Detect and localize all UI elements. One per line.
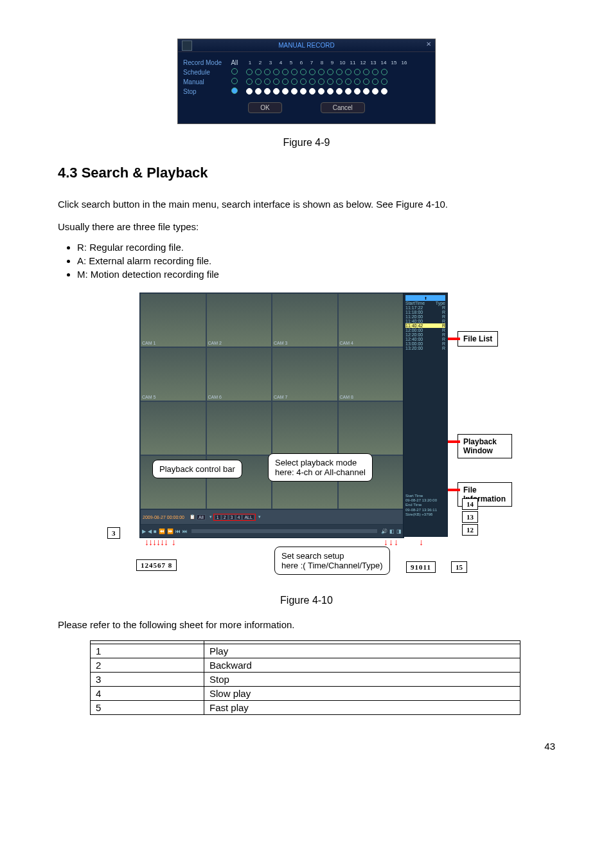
cancel-button[interactable]: Cancel bbox=[321, 102, 365, 113]
channel-radio[interactable] bbox=[354, 69, 360, 75]
channel-radio[interactable] bbox=[255, 88, 262, 95]
channel-radio[interactable] bbox=[255, 78, 262, 85]
prev-icon[interactable]: ⏮ bbox=[175, 529, 181, 534]
channel-radio[interactable] bbox=[327, 78, 333, 85]
camera-cell[interactable] bbox=[206, 401, 272, 455]
table-cell: Play bbox=[204, 644, 520, 658]
record-mode-label: Record Mode bbox=[183, 59, 228, 66]
camera-cell[interactable]: CAM 8 bbox=[338, 347, 404, 401]
channel-radio[interactable] bbox=[309, 88, 315, 95]
schedule-all-radio[interactable] bbox=[231, 68, 238, 75]
channel-radio[interactable] bbox=[246, 88, 253, 95]
channel-radio[interactable] bbox=[264, 78, 271, 85]
slow-icon[interactable]: ⏪ bbox=[159, 529, 165, 534]
channel-radio[interactable] bbox=[381, 69, 387, 75]
table-cell: Slow play bbox=[204, 686, 520, 700]
table-cell: 4 bbox=[91, 686, 204, 700]
channel-radio[interactable] bbox=[264, 69, 271, 75]
camera-cell[interactable]: CAM 3 bbox=[272, 293, 338, 347]
channel-radio[interactable] bbox=[381, 78, 387, 85]
channel-radio[interactable] bbox=[372, 78, 378, 85]
file-list-row[interactable]: 11:40:42R bbox=[405, 323, 445, 328]
table-cell: Backward bbox=[204, 658, 520, 672]
other-icon[interactable]: ◨ bbox=[396, 529, 402, 534]
channel-radio[interactable] bbox=[273, 69, 280, 75]
file-list-row[interactable]: 11:18:00R bbox=[405, 310, 445, 314]
file-list-row[interactable]: 12:20:00R bbox=[405, 332, 445, 337]
playback-control-bar[interactable]: ▶ ◀ ■ ⏪ ⏩ ⏮ ⏭ 🔊 ◧ ◨ bbox=[140, 525, 404, 538]
backward-icon[interactable]: ◀ bbox=[148, 529, 152, 534]
camera-cell[interactable]: CAM 6 bbox=[206, 347, 272, 401]
camera-cell[interactable]: CAM 1 bbox=[140, 293, 206, 347]
channel-radio[interactable] bbox=[363, 88, 369, 95]
channel-radio[interactable] bbox=[291, 88, 298, 95]
file-list-row[interactable]: 11:20:00R bbox=[405, 314, 445, 319]
progress-slider[interactable] bbox=[191, 529, 377, 533]
channel-radio[interactable] bbox=[345, 69, 351, 75]
file-list-row[interactable]: 12:00:00R bbox=[405, 328, 445, 332]
channel-radio[interactable] bbox=[327, 69, 333, 75]
channel-radio[interactable] bbox=[345, 78, 351, 85]
camera-cell[interactable]: CAM 7 bbox=[272, 347, 338, 401]
channel-radio[interactable] bbox=[372, 69, 378, 75]
vol-icon[interactable]: 🔊 bbox=[381, 529, 387, 534]
channel-radio[interactable] bbox=[309, 78, 315, 85]
channel-radio[interactable] bbox=[345, 88, 351, 95]
channel-radio[interactable] bbox=[291, 78, 298, 85]
channel-radio[interactable] bbox=[336, 69, 342, 75]
channel-radio[interactable] bbox=[282, 69, 289, 75]
channel-radio[interactable] bbox=[246, 78, 253, 85]
channel-radio[interactable] bbox=[372, 88, 378, 95]
camera-cell[interactable] bbox=[140, 401, 206, 455]
list-item: A: External alarm recording file. bbox=[77, 255, 555, 266]
camera-cell[interactable]: CAM 5 bbox=[140, 347, 206, 401]
stop-label: Stop bbox=[183, 88, 228, 95]
camera-cell[interactable] bbox=[272, 401, 338, 455]
channel-radio[interactable] bbox=[318, 78, 324, 85]
ok-button[interactable]: OK bbox=[248, 102, 281, 113]
stop-all-radio[interactable] bbox=[231, 87, 238, 94]
next-icon[interactable]: ⏭ bbox=[182, 529, 188, 534]
channel-radio[interactable] bbox=[336, 78, 342, 85]
channel-radio[interactable] bbox=[282, 88, 289, 95]
callout-nums-mid: 91011 bbox=[406, 561, 436, 573]
dialog-icon bbox=[182, 41, 192, 51]
channel-radio[interactable] bbox=[291, 69, 298, 75]
camera-cell[interactable]: CAM 4 bbox=[338, 293, 404, 347]
close-icon[interactable]: ✕ bbox=[426, 41, 431, 48]
file-list-row[interactable]: 13:00:00R bbox=[405, 341, 445, 346]
camera-cell[interactable]: CAM 2 bbox=[206, 293, 272, 347]
other-icon[interactable]: ◧ bbox=[389, 529, 395, 534]
play-icon[interactable]: ▶ bbox=[142, 529, 146, 534]
channel-radio[interactable] bbox=[363, 78, 369, 85]
camera-cell[interactable] bbox=[338, 401, 404, 455]
channel-radio[interactable] bbox=[354, 88, 360, 95]
channel-radio[interactable] bbox=[282, 78, 289, 85]
stop-icon[interactable]: ■ bbox=[154, 529, 157, 534]
channel-radio[interactable] bbox=[300, 69, 306, 75]
search-bar[interactable]: 2009-08-27 00:00:00 📋 All ▾ 1 2 3 4 ALL … bbox=[140, 509, 404, 525]
channel-radio[interactable] bbox=[318, 69, 324, 75]
channel-radio[interactable] bbox=[363, 69, 369, 75]
channel-radio[interactable] bbox=[273, 88, 280, 95]
callout-12: 12 bbox=[462, 524, 478, 536]
channel-radio[interactable] bbox=[300, 88, 306, 95]
channel-radio[interactable] bbox=[255, 69, 262, 75]
channel-radio[interactable] bbox=[318, 88, 324, 95]
channel-radio[interactable] bbox=[336, 88, 342, 95]
fast-icon[interactable]: ⏩ bbox=[167, 529, 173, 534]
file-list-row[interactable]: 12:40:00R bbox=[405, 337, 445, 341]
file-list-row[interactable]: 13:20:00R bbox=[405, 346, 445, 350]
channel-radio[interactable] bbox=[327, 88, 333, 95]
channel-radio[interactable] bbox=[309, 69, 315, 75]
dialog-title: MANUAL RECORD bbox=[278, 42, 334, 49]
channel-radio[interactable] bbox=[273, 78, 280, 85]
channel-radio[interactable] bbox=[354, 78, 360, 85]
file-list-row[interactable]: 11:40:00R bbox=[405, 319, 445, 323]
channel-radio[interactable] bbox=[300, 78, 306, 85]
channel-radio[interactable] bbox=[246, 69, 253, 75]
manual-all-radio[interactable] bbox=[231, 78, 238, 84]
file-list-row[interactable]: 11:17:22R bbox=[405, 305, 445, 310]
channel-radio[interactable] bbox=[264, 88, 271, 95]
channel-radio[interactable] bbox=[381, 88, 387, 95]
